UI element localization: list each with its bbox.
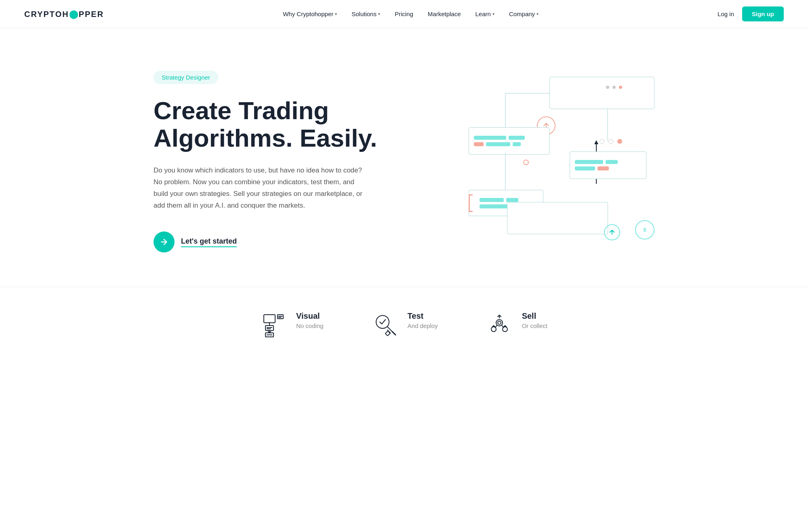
sell-icon — [486, 311, 512, 337]
svg-line-28 — [495, 325, 497, 328]
bar-row-2 — [474, 142, 544, 146]
cta-label: Let's get started — [181, 237, 237, 247]
diagram-box-mid-right — [570, 151, 646, 179]
diagram-area — [452, 65, 654, 259]
nav-actions: Log in Sign up — [718, 6, 784, 21]
arrow-up-circle-bottom — [604, 224, 620, 240]
nav-why-cryptohopper[interactable]: Why Cryptohopper ▾ — [283, 11, 337, 17]
diagram-box-top-right — [549, 77, 654, 109]
svg-point-16 — [376, 315, 389, 328]
feature-visual-subtitle: No coding — [296, 322, 324, 329]
diagram-box-bot-mid — [507, 202, 608, 234]
features-strip: Visual No coding Test And deploy — [0, 287, 808, 370]
hero-section: Strategy Designer Create Trading Algorit… — [121, 28, 687, 287]
feature-test-text: Test And deploy — [408, 311, 438, 329]
feature-sell-title: Sell — [522, 311, 547, 321]
dots-row — [606, 86, 622, 89]
test-svg — [372, 311, 398, 337]
chevron-down-icon: ▾ — [492, 12, 494, 16]
small-salmon-circle — [523, 160, 529, 165]
circle-mid-1 — [600, 139, 604, 144]
bar-teal-3 — [486, 142, 510, 146]
svg-line-18 — [392, 332, 396, 335]
feature-test-title: Test — [408, 311, 438, 321]
visual-svg — [261, 311, 286, 337]
circle-mid-3 — [617, 139, 622, 144]
bar-salmon-2 — [598, 166, 609, 170]
hero-diagram — [452, 65, 654, 259]
bar-teal-6 — [606, 160, 618, 164]
hero-description: Do you know which indicators to use, but… — [154, 165, 364, 212]
bar-teal-4 — [513, 142, 521, 146]
bar-teal-8 — [480, 198, 504, 202]
dot-salmon — [619, 86, 622, 89]
connector-line — [505, 93, 506, 129]
hero-title: Create Trading Algorithms. Easily. — [154, 97, 388, 152]
bar-teal-9 — [506, 198, 518, 202]
diagram-box-mid-left — [469, 127, 549, 155]
arrow-right-icon — [160, 238, 168, 246]
hero-left: Strategy Designer Create Trading Algorit… — [154, 71, 388, 253]
chevron-down-icon: ▾ — [537, 12, 539, 16]
nav-marketplace[interactable]: Marketplace — [428, 11, 461, 17]
nav-links: Why Cryptohopper ▾ Solutions ▾ Pricing M… — [283, 11, 539, 17]
chevron-down-icon: ▾ — [335, 12, 337, 16]
svg-line-29 — [502, 325, 503, 328]
logo[interactable]: CRYPTOH⬤PPER — [24, 9, 104, 19]
pause-icon — [641, 226, 649, 234]
svg-rect-20 — [385, 331, 390, 336]
bar-teal-5 — [575, 160, 603, 164]
login-button[interactable]: Log in — [718, 11, 734, 17]
signup-button[interactable]: Sign up — [742, 6, 784, 21]
bar-row-4 — [575, 166, 641, 170]
bar-row-1 — [474, 136, 544, 140]
feature-test-subtitle: And deploy — [408, 322, 438, 329]
navbar: CRYPTOH⬤PPER Why Cryptohopper ▾ Solution… — [0, 0, 808, 28]
hero-badge: Strategy Designer — [154, 71, 218, 84]
bar-teal-1 — [474, 136, 506, 140]
visual-icon — [261, 311, 286, 337]
circles-mid-row — [600, 139, 622, 144]
sell-svg — [486, 311, 512, 337]
dot-gray — [606, 86, 609, 89]
arrowhead — [594, 140, 598, 144]
feature-visual: Visual No coding — [261, 311, 324, 337]
svg-point-22 — [498, 321, 501, 324]
feature-sell-subtitle: Or collect — [522, 322, 547, 329]
feature-visual-title: Visual — [296, 311, 324, 321]
arrow-up-icon-2 — [608, 229, 616, 236]
feature-visual-text: Visual No coding — [296, 311, 324, 329]
nav-solutions[interactable]: Solutions ▾ — [351, 11, 380, 17]
bar-teal-2 — [509, 136, 525, 140]
svg-rect-5 — [264, 315, 275, 323]
nav-pricing[interactable]: Pricing — [395, 11, 413, 17]
feature-sell: Sell Or collect — [486, 311, 547, 337]
cta-button[interactable]: Let's get started — [154, 231, 388, 252]
feature-test: Test And deploy — [372, 311, 438, 337]
test-icon — [372, 311, 398, 337]
feature-sell-text: Sell Or collect — [522, 311, 547, 329]
pause-circle — [635, 220, 654, 240]
bracket-icon — [469, 194, 473, 212]
dot-gray-2 — [612, 86, 616, 89]
bar-row-5 — [480, 198, 538, 202]
bar-salmon-1 — [474, 142, 484, 146]
chevron-down-icon: ▾ — [378, 12, 380, 16]
cta-arrow-circle — [154, 231, 175, 252]
circle-mid-2 — [608, 139, 613, 144]
bar-row-3 — [575, 160, 641, 164]
nav-learn[interactable]: Learn ▾ — [476, 11, 494, 17]
bar-teal-7 — [575, 166, 595, 170]
nav-company[interactable]: Company ▾ — [509, 11, 539, 17]
